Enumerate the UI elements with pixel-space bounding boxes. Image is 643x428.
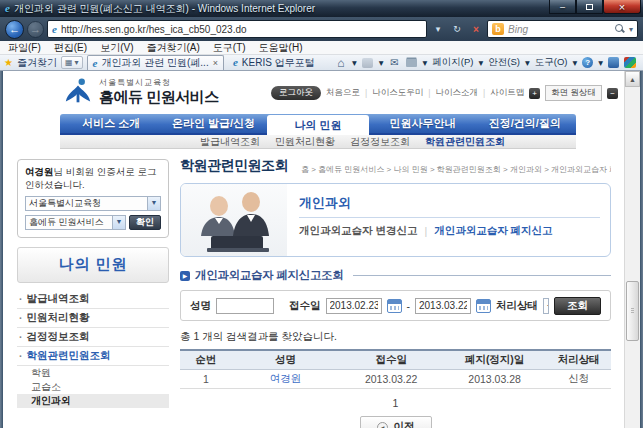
calendar-icon[interactable]: [476, 299, 491, 313]
previous-button[interactable]: 이전: [360, 416, 432, 428]
sidebar-item-issue-history[interactable]: 발급내역조회: [17, 290, 169, 309]
tab-current[interactable]: e 개인과외 관련 민원(폐... ×: [87, 55, 224, 70]
service-select[interactable]: 홈에듀 민원서비스: [25, 215, 126, 230]
help-icon[interactable]: ?: [582, 57, 593, 68]
menu-tools[interactable]: 도구(T): [213, 41, 246, 55]
sidebar-item-minwon-status[interactable]: 민원처리현황: [17, 309, 169, 328]
result-count-text: 총 1 개의 검색결과를 찾았습니다.: [180, 330, 611, 344]
date-to-input[interactable]: [415, 298, 471, 314]
site-logo[interactable]: 서울특별시교육청 홈에듀 민원서비스: [63, 77, 219, 107]
mail-icon[interactable]: [389, 57, 401, 68]
menu-file[interactable]: 파일(F): [8, 41, 41, 55]
nav-my-minwon[interactable]: 나의 민원: [267, 115, 369, 135]
chevron-down-icon[interactable]: [112, 216, 125, 229]
calendar-icon[interactable]: [387, 299, 402, 313]
sidebar-item-exam-info[interactable]: 검정정보조회: [17, 328, 169, 347]
extension-icon-2[interactable]: [624, 57, 636, 68]
link-neis-intro[interactable]: 나이스소개: [435, 87, 478, 99]
home-dropdown-icon[interactable]: [352, 57, 357, 68]
link-sitemap[interactable]: 사이트맵: [490, 87, 524, 99]
zoom-out-button[interactable]: [607, 88, 618, 99]
receipt-date-label: 접수일: [289, 299, 321, 313]
sidebar-item-hakwon-minwon[interactable]: 학원관련민원조회: [17, 347, 169, 366]
applicant-name-link[interactable]: 여경원: [270, 372, 302, 384]
menu-view[interactable]: 보기(V): [100, 41, 133, 55]
subnav-issue-history[interactable]: 발급내역조회: [200, 135, 260, 149]
menu-favorites[interactable]: 즐겨찾기(A): [146, 41, 199, 55]
zoom-in-button[interactable]: [529, 88, 540, 99]
feeds-dropdown-icon[interactable]: [379, 57, 384, 68]
vertical-scrollbar[interactable]: [624, 71, 640, 428]
org-select[interactable]: 서울특별시교육청: [25, 196, 161, 211]
tab-close-icon[interactable]: ×: [213, 58, 218, 68]
minimize-button[interactable]: [549, 0, 576, 14]
tab-favicon: e: [233, 57, 238, 68]
window-border-left: [0, 71, 3, 428]
link-change-report[interactable]: 개인과외교습자 변경신고: [299, 224, 417, 238]
section-bullet-icon: [180, 271, 190, 281]
sidebar-menu: 발급내역조회 민원처리현황 검정정보조회 학원관련민원조회 학원 교습소 개인과…: [17, 290, 169, 408]
ie-favicon: e: [5, 3, 10, 14]
tools-menu-button[interactable]: 도구(O): [535, 56, 568, 69]
link-neis-helper[interactable]: 나이스도우미: [372, 87, 423, 99]
favorites-button[interactable]: 즐겨찾기: [17, 56, 57, 70]
nav-minwon-guide[interactable]: 민원사무안내: [371, 114, 473, 133]
print-icon[interactable]: [406, 59, 417, 67]
refresh-icon[interactable]: ↻: [449, 20, 465, 38]
feeds-icon[interactable]: [362, 58, 373, 68]
nav-petition[interactable]: 진정/건의/질의: [474, 114, 576, 133]
page-icon: e: [52, 24, 57, 35]
confirm-button[interactable]: 확인: [129, 215, 161, 230]
tools-dropdown-icon[interactable]: [572, 57, 577, 68]
quick-tabs-button[interactable]: ▦: [61, 56, 83, 69]
home-icon[interactable]: [335, 57, 347, 68]
search-input[interactable]: b Bing: [487, 20, 638, 38]
back-button[interactable]: ←: [5, 20, 24, 39]
status-select[interactable]: -- 전체 --: [543, 298, 549, 314]
link-closure-report[interactable]: 개인과외교습자 폐지신고: [434, 224, 552, 238]
nav-online-issue[interactable]: 온라인 발급/신청: [162, 114, 264, 133]
screen-reset-button[interactable]: 화면 원상태: [545, 85, 602, 101]
page-menu-button[interactable]: 페이지(P): [432, 56, 473, 69]
menu-edit[interactable]: 편집(E): [54, 41, 87, 55]
window-titlebar[interactable]: e 개인과외 관련 민원(폐소신고 내역조회) - Windows Intern…: [0, 0, 643, 17]
chevron-down-icon[interactable]: [147, 197, 160, 210]
link-home[interactable]: 처음으로: [326, 87, 360, 99]
nav-service-intro[interactable]: 서비스 소개: [60, 114, 162, 133]
back-arrow-icon: [377, 422, 388, 428]
extension-icon-1[interactable]: [608, 57, 619, 68]
print-dropdown-icon[interactable]: [423, 57, 428, 68]
page-title: 학원관련민원조회: [180, 157, 288, 175]
subnav-minwon-status[interactable]: 민원처리현황: [275, 135, 335, 149]
sidebar-item-hakwon[interactable]: 학원: [17, 366, 169, 380]
safety-dropdown-icon[interactable]: [525, 57, 530, 68]
col-name: 성명: [232, 350, 340, 369]
address-input[interactable]: e http://hes.sen.go.kr/hes_ica_cb50_023.…: [47, 20, 427, 38]
maximize-button[interactable]: [576, 0, 603, 14]
sidebar-item-private-tutoring[interactable]: 개인과외: [17, 394, 169, 408]
scroll-up-icon[interactable]: [625, 71, 640, 87]
page-dropdown-icon[interactable]: [478, 57, 483, 68]
search-dropdown-icon[interactable]: [629, 25, 633, 34]
help-dropdown-icon[interactable]: [598, 57, 603, 68]
menu-help[interactable]: 도움말(H): [259, 41, 303, 55]
cell-receipt-date: 2013.03.22: [339, 369, 442, 388]
stop-icon[interactable]: ×: [468, 20, 484, 38]
search-icon[interactable]: [615, 24, 625, 34]
subnav-exam-info[interactable]: 검정정보조회: [350, 135, 410, 149]
scrollbar-thumb[interactable]: [626, 281, 639, 341]
tab-keris[interactable]: e KERIS 업무포털: [228, 55, 320, 70]
search-button[interactable]: 조회: [554, 297, 601, 315]
close-button[interactable]: [603, 0, 641, 14]
results-table: 순번 성명 접수일 폐지(정지)일 처리상태 1 여경원 2013.03.22 …: [180, 349, 611, 389]
safety-menu-button[interactable]: 안전(S): [488, 56, 520, 69]
pagination-page-1[interactable]: 1: [180, 397, 611, 409]
subnav-hakwon-minwon[interactable]: 학원관련민원조회: [425, 135, 505, 149]
date-from-input[interactable]: [326, 298, 382, 314]
name-input[interactable]: [216, 298, 274, 314]
favorites-star-icon[interactable]: ★: [4, 57, 13, 68]
logout-button[interactable]: 로그아웃: [271, 86, 321, 100]
forward-button[interactable]: →: [27, 21, 44, 38]
sidebar-item-gyoseupso[interactable]: 교습소: [17, 380, 169, 394]
address-dropdown-icon[interactable]: [430, 20, 446, 38]
